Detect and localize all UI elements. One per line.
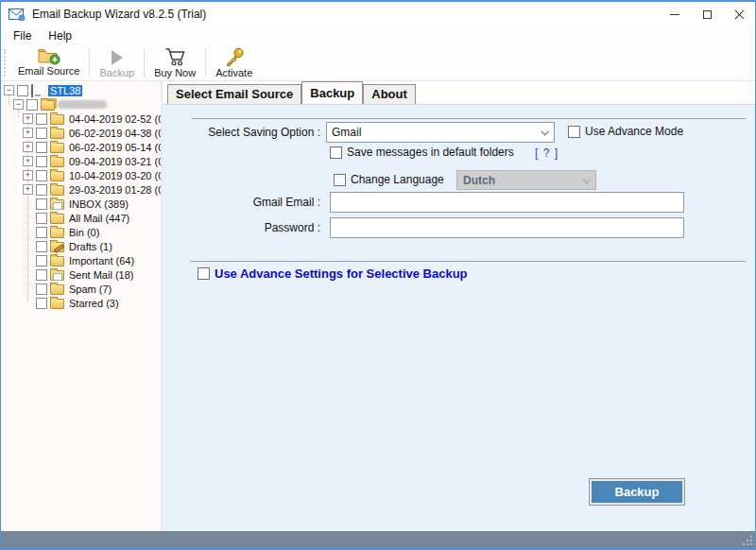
tree-item-root[interactable]: STL38	[1, 83, 161, 97]
tab-about[interactable]: About	[363, 84, 416, 104]
tree-item-label: 10-04-2019 03-20 (0)	[67, 170, 163, 181]
tree-checkbox[interactable]	[36, 269, 47, 281]
tree-checkbox[interactable]	[36, 298, 47, 309]
tree-checkbox[interactable]	[36, 241, 47, 252]
save-messages-checkbox[interactable]: Save messages in default folders	[330, 146, 514, 159]
toolbar-separator	[89, 49, 90, 77]
checkbox-box[interactable]	[198, 267, 210, 280]
use-advance-mode-checkbox[interactable]: Use Advance Mode	[568, 125, 683, 138]
tab-backup[interactable]: Backup	[301, 81, 363, 104]
toolbar-separator	[144, 49, 145, 77]
tree-item-label: All Mail (447)	[67, 213, 131, 224]
tree-item-bin[interactable]: Bin (0)	[1, 225, 161, 239]
gmail-email-label: Gmail Email :	[163, 196, 320, 209]
folder-icon	[50, 299, 64, 309]
tree-checkbox[interactable]	[36, 170, 47, 181]
drafts-folder-icon	[50, 242, 64, 252]
menu-help[interactable]: Help	[40, 27, 80, 44]
collapse-icon[interactable]	[13, 99, 24, 110]
expand-icon[interactable]	[23, 128, 33, 138]
backup-button[interactable]: Backup	[592, 481, 682, 503]
computer-icon	[31, 85, 44, 95]
buy-now-label: Buy Now	[154, 67, 196, 78]
group-separator	[192, 118, 746, 119]
backup-toolbar-button[interactable]: Backup	[92, 45, 142, 80]
tab-select-email-source[interactable]: Select Email Source	[167, 84, 301, 104]
status-bar	[1, 531, 755, 548]
tree-item-date-folder[interactable]: 06-02-2019 04-38 (0)	[1, 126, 161, 140]
tree-item-starred[interactable]: Starred (3)	[1, 296, 161, 310]
tree-item-date-folder[interactable]: 29-03-2019 01-28 (0)	[1, 182, 161, 197]
activate-button[interactable]: Activate	[208, 45, 260, 80]
tree-item-label: Spam (7)	[67, 284, 113, 295]
tree-checkbox[interactable]	[36, 113, 47, 125]
content-area: Select Email Source Backup About Select …	[163, 81, 755, 531]
inbox-folder-icon	[50, 199, 64, 210]
tree-checkbox[interactable]	[36, 255, 47, 266]
tree-item-label: Bin (0)	[67, 227, 101, 238]
tree-checkbox[interactable]	[36, 142, 47, 153]
tree-item-date-folder[interactable]: 10-04-2019 03-20 (0)	[1, 168, 161, 182]
tree-item-all-mail[interactable]: All Mail (447)	[1, 211, 161, 225]
key-icon	[224, 47, 245, 66]
saving-option-select[interactable]: Gmail	[326, 122, 555, 143]
main-area: STL38 04-04-2019 02-52 (0) 06-02-2019 04…	[1, 81, 755, 531]
buy-now-button[interactable]: Buy Now	[146, 45, 203, 80]
tree-item-label: Sent Mail (18)	[67, 269, 135, 281]
tree-item-date-folder[interactable]: 06-02-2019 05-14 (0)	[1, 140, 161, 154]
password-field[interactable]	[330, 217, 684, 238]
tree-item-account[interactable]	[1, 97, 161, 112]
resize-grip[interactable]	[743, 536, 752, 545]
chevron-down-icon	[582, 176, 590, 183]
tree-item-sent-mail[interactable]: Sent Mail (18)	[1, 267, 161, 282]
advance-settings-checkbox[interactable]: Use Advance Settings for Selective Backu…	[198, 266, 468, 281]
backup-toolbar-label: Backup	[99, 67, 134, 78]
tree-checkbox[interactable]	[36, 198, 47, 210]
checkbox-box[interactable]	[568, 126, 580, 138]
expand-icon[interactable]	[23, 184, 33, 195]
tree-checkbox[interactable]	[36, 184, 47, 196]
tree-checkbox[interactable]	[17, 85, 28, 96]
language-value: Dutch	[463, 174, 495, 187]
expand-icon[interactable]	[23, 156, 33, 166]
tree-item-label: Important (64)	[67, 255, 136, 266]
menu-file[interactable]: File	[5, 27, 40, 44]
tree-checkbox[interactable]	[36, 156, 47, 167]
close-button[interactable]	[723, 2, 755, 26]
minimize-button[interactable]	[659, 2, 691, 26]
tree-item-date-folder[interactable]: 04-04-2019 02-52 (0)	[1, 112, 161, 126]
checkbox-box[interactable]	[334, 174, 346, 186]
tree-item-important[interactable]: Important (64)	[1, 253, 161, 267]
tree-item-drafts[interactable]: Drafts (1)	[1, 239, 161, 253]
tree-item-date-folder[interactable]: 09-04-2019 03-21 (0)	[1, 154, 161, 168]
tree-item-inbox[interactable]: INBOX (389)	[1, 197, 161, 211]
gmail-email-field[interactable]	[330, 192, 684, 213]
toolbar-grip[interactable]	[4, 49, 9, 77]
app-window: Email Backup Wizard v8.2.5 (Trial) File …	[0, 0, 756, 550]
tree-checkbox[interactable]	[36, 128, 47, 139]
tree-checkbox[interactable]	[36, 227, 47, 238]
tree-checkbox[interactable]	[36, 213, 47, 224]
folder-stack-icon	[41, 100, 55, 111]
password-label: Password :	[163, 221, 320, 234]
change-language-checkbox[interactable]: Change Language	[334, 173, 444, 186]
backup-tab-page: Select Saving Option : Gmail Use Advance…	[163, 104, 755, 531]
tree-item-spam[interactable]: Spam (7)	[1, 282, 161, 296]
folder-icon	[50, 114, 64, 125]
tree-item-label: 06-02-2019 05-14 (0)	[67, 142, 163, 153]
expand-icon[interactable]	[23, 170, 33, 180]
tree-checkbox[interactable]	[36, 284, 47, 295]
email-source-button[interactable]: Email Source	[10, 45, 87, 80]
help-link[interactable]: [ ? ]	[535, 146, 558, 160]
tree-checkbox[interactable]	[26, 99, 38, 111]
chevron-down-icon	[541, 128, 548, 135]
collapse-icon[interactable]	[4, 85, 14, 95]
expand-icon[interactable]	[23, 142, 33, 152]
expand-icon[interactable]	[23, 113, 33, 124]
tree-item-label: INBOX (389)	[67, 198, 130, 210]
language-select[interactable]: Dutch	[456, 170, 596, 190]
tree-item-label: 04-04-2019 02-52 (0)	[67, 113, 163, 125]
maximize-button[interactable]	[691, 2, 723, 26]
checkbox-box[interactable]	[330, 146, 342, 159]
group-separator	[190, 261, 746, 262]
